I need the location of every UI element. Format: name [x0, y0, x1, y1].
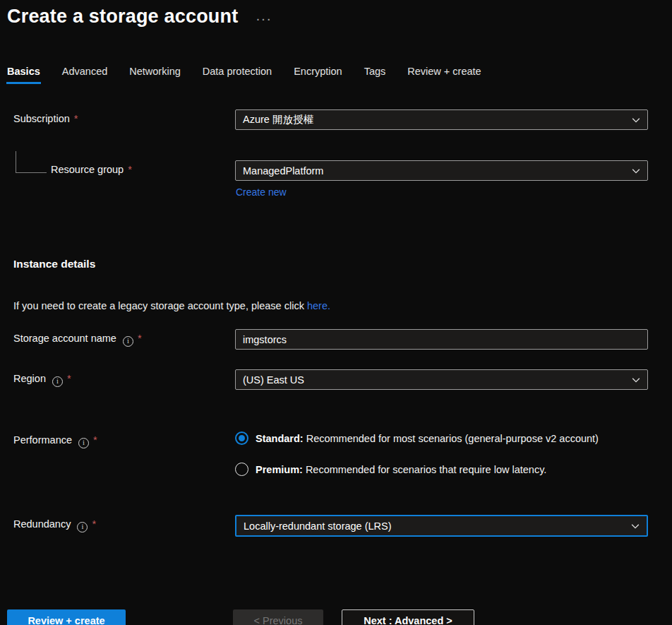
instance-details-heading: Instance details — [13, 258, 672, 270]
info-icon[interactable] — [52, 376, 63, 387]
page-title: Create a storage account — [7, 6, 238, 28]
redundancy-required-asterisk: * — [92, 518, 96, 530]
subscription-label-cell: Subscription* — [0, 109, 235, 124]
region-row: Region* (US) East US — [0, 369, 672, 390]
performance-option-premium[interactable]: Premium:Recommended for scenarios that r… — [235, 463, 648, 476]
subscription-dropdown[interactable]: Azure 開放授權 — [235, 109, 648, 130]
performance-standard-text: Standard:Recommended for most scenarios … — [256, 433, 599, 444]
subscription-required-asterisk: * — [74, 113, 78, 124]
create-new-link[interactable]: Create new — [236, 186, 287, 198]
legacy-here-link[interactable]: here. — [307, 300, 330, 311]
wizard-tabs: Basics Advanced Networking Data protecti… — [7, 66, 672, 84]
storage-account-name-label-cell: Storage account name* — [0, 329, 235, 347]
tab-basics[interactable]: Basics — [7, 66, 40, 84]
storage-account-name-field — [235, 329, 648, 350]
region-label-cell: Region* — [0, 369, 235, 387]
wizard-footer: Review + create < Previous Next : Advanc… — [7, 609, 672, 625]
performance-label: Performance — [13, 434, 72, 446]
tab-data-protection[interactable]: Data protection — [203, 66, 272, 84]
storage-account-name-label: Storage account name — [13, 333, 116, 344]
legacy-account-note: If you need to create a legacy storage a… — [13, 300, 672, 311]
more-options-ellipsis-icon[interactable]: ··· — [256, 14, 272, 25]
info-icon[interactable] — [123, 336, 133, 347]
performance-radio-group: Standard:Recommended for most scenarios … — [235, 431, 648, 494]
resource-group-label: Resource group — [51, 164, 124, 175]
chevron-down-icon — [631, 375, 641, 385]
performance-row: Performance* Standard:Recommended for mo… — [0, 431, 672, 494]
resource-group-selected-value: ManagedPlatform — [243, 165, 323, 177]
chevron-down-icon — [630, 521, 640, 531]
redundancy-label: Redundancy — [13, 518, 71, 530]
redundancy-row: Redundancy* Locally-redundant storage (L… — [0, 515, 672, 537]
review-create-button[interactable]: Review + create — [7, 609, 126, 625]
radio-unselected-icon[interactable] — [235, 463, 248, 476]
subscription-label: Subscription — [13, 113, 70, 124]
region-label: Region — [13, 373, 46, 384]
region-selected-value: (US) East US — [243, 374, 304, 386]
create-storage-account-page: Create a storage account ··· Basics Adva… — [0, 0, 672, 625]
tab-review-create[interactable]: Review + create — [407, 66, 481, 84]
performance-premium-text: Premium:Recommended for scenarios that r… — [256, 464, 546, 475]
region-dropdown[interactable]: (US) East US — [235, 369, 648, 390]
region-required-asterisk: * — [67, 373, 71, 384]
resource-group-label-cell: Resource group* — [0, 160, 235, 175]
next-advanced-button[interactable]: Next : Advanced > — [342, 609, 474, 625]
storage-account-name-row: Storage account name* — [0, 329, 672, 350]
storage-account-name-input[interactable] — [243, 334, 641, 345]
info-icon[interactable] — [78, 438, 89, 448]
hierarchy-connector-line — [16, 151, 47, 173]
redundancy-selected-value: Locally-redundant storage (LRS) — [244, 520, 392, 532]
redundancy-dropdown[interactable]: Locally-redundant storage (LRS) — [235, 515, 648, 537]
performance-required-asterisk: * — [93, 434, 97, 446]
performance-label-cell: Performance* — [0, 431, 235, 448]
storage-account-name-required-asterisk: * — [138, 333, 142, 344]
previous-button[interactable]: < Previous — [233, 609, 323, 625]
info-icon[interactable] — [77, 522, 88, 532]
chevron-down-icon — [631, 115, 641, 125]
resource-group-required-asterisk: * — [128, 164, 132, 175]
subscription-selected-value: Azure 開放授權 — [243, 113, 313, 126]
chevron-down-icon — [631, 166, 641, 176]
legacy-note-text: If you need to create a legacy storage a… — [13, 300, 307, 311]
resource-group-dropdown[interactable]: ManagedPlatform — [235, 160, 648, 181]
redundancy-label-cell: Redundancy* — [0, 515, 235, 532]
tab-encryption[interactable]: Encryption — [294, 66, 342, 84]
tab-advanced[interactable]: Advanced — [62, 66, 108, 84]
performance-option-standard[interactable]: Standard:Recommended for most scenarios … — [235, 431, 648, 445]
subscription-row: Subscription* Azure 開放授權 — [0, 109, 672, 130]
resource-group-row: Resource group* ManagedPlatform Create n… — [0, 160, 672, 198]
page-header: Create a storage account ··· — [0, 0, 672, 28]
tab-tags[interactable]: Tags — [364, 66, 386, 84]
radio-selected-icon[interactable] — [235, 431, 248, 445]
tab-networking[interactable]: Networking — [129, 66, 181, 84]
